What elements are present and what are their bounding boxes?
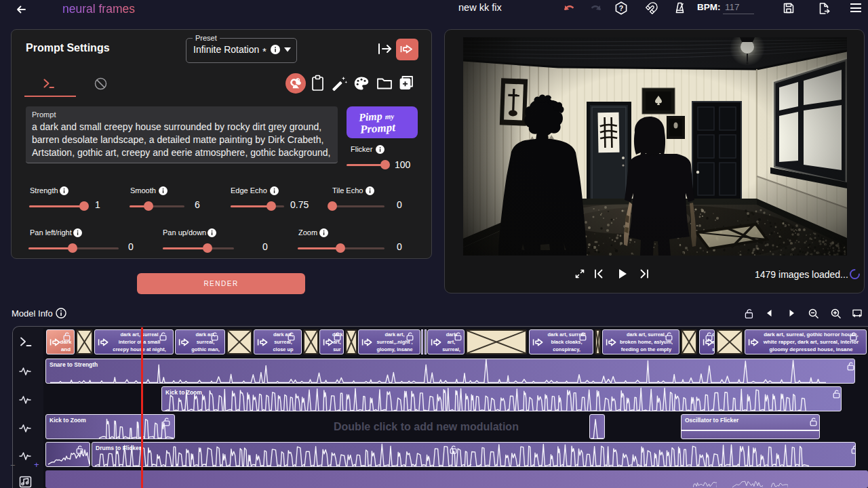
svg-text:?: ? bbox=[619, 4, 623, 12]
